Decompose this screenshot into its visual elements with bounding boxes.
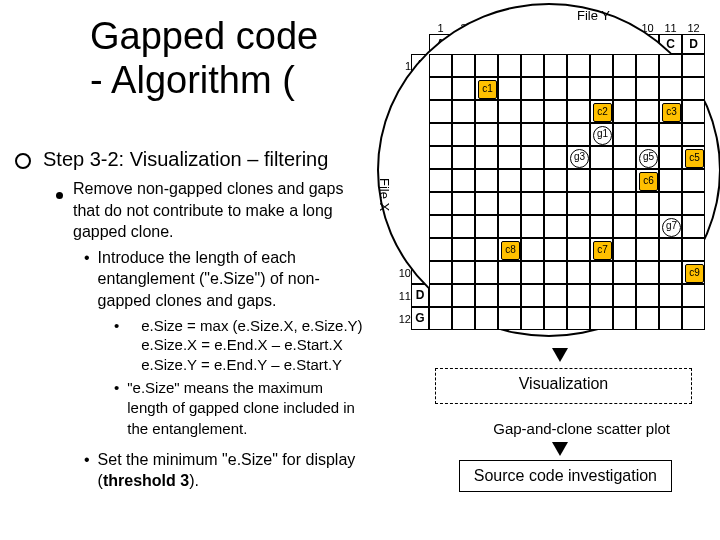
grid-cell xyxy=(452,100,475,123)
visualization-box: Visualization xyxy=(435,368,692,404)
grid-cell xyxy=(659,238,682,261)
grid-cell xyxy=(521,307,544,330)
grid-cell xyxy=(567,100,590,123)
grid-cell xyxy=(429,192,452,215)
grid-cell xyxy=(452,261,475,284)
grid-cell xyxy=(659,77,682,100)
grid-cell xyxy=(636,169,659,192)
file-x-label: File X xyxy=(377,178,392,211)
grid-cell xyxy=(613,284,636,307)
grid-cell xyxy=(613,77,636,100)
grid-cell xyxy=(521,100,544,123)
grid-cell xyxy=(682,169,705,192)
grid-cell xyxy=(544,123,567,146)
grid-cell xyxy=(636,215,659,238)
grid-cell xyxy=(544,146,567,169)
grid-cell xyxy=(498,307,521,330)
grid-cell xyxy=(613,146,636,169)
grid-cell xyxy=(613,261,636,284)
step-text: Step 3-2: Visualization – filtering xyxy=(43,148,328,171)
grid-cell xyxy=(498,192,521,215)
grid-cell xyxy=(682,146,705,169)
grid-cell xyxy=(452,146,475,169)
esize-mean: "e.Size" means the maximum length of gap… xyxy=(127,378,366,439)
sub-content: Remove non-gapped clones and gaps that d… xyxy=(56,178,366,494)
grid-cell xyxy=(590,284,613,307)
grid-cell xyxy=(475,215,498,238)
col-num: 11 xyxy=(659,22,682,34)
grid-cell xyxy=(567,284,590,307)
diamond-icon: • xyxy=(114,378,119,398)
scatter-label: Gap-and-clone scatter plot xyxy=(493,420,670,437)
grid-cell xyxy=(475,54,498,77)
grid-cell xyxy=(682,54,705,77)
grid-cell xyxy=(682,192,705,215)
grid-cell xyxy=(498,146,521,169)
grid-cell xyxy=(498,261,521,284)
grid-cell xyxy=(452,192,475,215)
esize-calc: e.Size = max (e.Size.X, e.Size.Y) e.Size… xyxy=(127,316,362,375)
grid-cell xyxy=(567,169,590,192)
grid-cell xyxy=(521,77,544,100)
grid-cell xyxy=(521,54,544,77)
remove-text: Remove non-gapped clones and gaps that d… xyxy=(73,178,366,243)
grid-cell xyxy=(498,77,521,100)
grid-cell xyxy=(590,169,613,192)
grid-cell xyxy=(636,77,659,100)
grid-cell xyxy=(659,123,682,146)
grid-cell xyxy=(544,54,567,77)
grid-cell xyxy=(613,54,636,77)
grid-cell xyxy=(544,238,567,261)
grid-cell xyxy=(636,146,659,169)
grid-cell xyxy=(567,307,590,330)
diamond-icon: • xyxy=(114,316,119,336)
grid-cell xyxy=(429,146,452,169)
grid-cell xyxy=(452,54,475,77)
grid-cell xyxy=(659,54,682,77)
grid-cell xyxy=(567,261,590,284)
file-y-label: File Y xyxy=(577,8,610,23)
grid-cell xyxy=(429,54,452,77)
grid-cell xyxy=(636,100,659,123)
introduce-text: Introduce the length of each entanglemen… xyxy=(98,247,366,312)
grid-cell xyxy=(659,192,682,215)
grid-cell xyxy=(682,238,705,261)
grid-cell xyxy=(544,192,567,215)
grid-cell xyxy=(682,307,705,330)
grid-cell xyxy=(521,238,544,261)
grid-cell xyxy=(636,284,659,307)
grid-cell xyxy=(613,307,636,330)
grid-cell xyxy=(613,192,636,215)
grid-cell xyxy=(429,307,452,330)
grid-cell xyxy=(659,284,682,307)
grid-cell xyxy=(682,261,705,284)
grid-cell xyxy=(590,307,613,330)
slide-title: Gapped code - Algorithm ( xyxy=(90,15,318,102)
grid-cell xyxy=(475,238,498,261)
grid-cell xyxy=(567,146,590,169)
grid-cell xyxy=(521,215,544,238)
grid-cell xyxy=(590,146,613,169)
grid-cell xyxy=(567,238,590,261)
title-line2: - Algorithm ( xyxy=(90,59,318,103)
step-row: Step 3-2: Visualization – filtering xyxy=(15,148,328,171)
grid-cell xyxy=(498,215,521,238)
grid-cell xyxy=(498,169,521,192)
grid-cell xyxy=(659,261,682,284)
grid-cell xyxy=(521,192,544,215)
grid-cell xyxy=(613,123,636,146)
grid-cell xyxy=(429,215,452,238)
grid-cell xyxy=(452,169,475,192)
row-label: 12G xyxy=(397,307,429,330)
grid-cell xyxy=(475,169,498,192)
grid-cell xyxy=(590,192,613,215)
grid-cell xyxy=(544,77,567,100)
grid-cell xyxy=(544,215,567,238)
grid-cell xyxy=(590,261,613,284)
grid-cell xyxy=(544,169,567,192)
grid-cell xyxy=(475,261,498,284)
grid-cell xyxy=(498,123,521,146)
grid-cell xyxy=(521,169,544,192)
grid-cell xyxy=(498,238,521,261)
grid-cell xyxy=(567,192,590,215)
